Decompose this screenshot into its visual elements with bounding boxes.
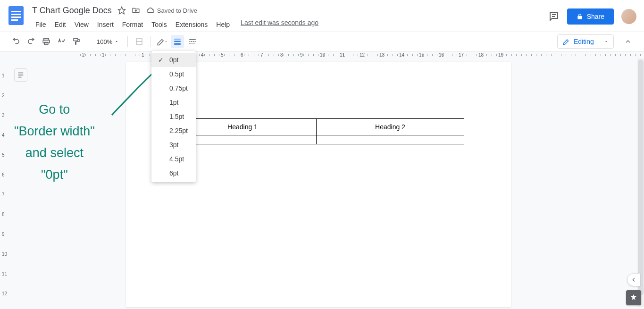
border-color-button[interactable] [156, 35, 169, 48]
t-chart-table[interactable]: Heading 1Heading 2 [168, 118, 464, 144]
svg-rect-15 [175, 43, 181, 45]
border-style-button[interactable] [186, 35, 199, 48]
side-panel-toggle[interactable] [627, 273, 640, 286]
border-width-option[interactable]: 1pt [151, 95, 196, 109]
paint-format-button[interactable] [70, 35, 83, 48]
table-cell[interactable] [317, 135, 464, 144]
border-width-option[interactable]: 0pt [151, 53, 196, 67]
vertical-scrollbar[interactable] [637, 58, 644, 307]
menu-tools[interactable]: Tools [148, 19, 170, 30]
svg-rect-0 [8, 6, 24, 25]
toolbar: 100% Editing [0, 32, 644, 51]
separator [88, 36, 88, 47]
spellcheck-button[interactable] [55, 35, 68, 48]
save-status[interactable]: Saved to Drive [146, 6, 197, 15]
svg-marker-5 [118, 7, 125, 14]
svg-rect-13 [175, 39, 181, 40]
title-row: T Chart Google Docs Saved to Drive [32, 4, 548, 17]
separator [127, 36, 128, 47]
svg-rect-1 [11, 11, 21, 12]
print-button[interactable] [40, 35, 53, 48]
border-width-option[interactable]: 3pt [151, 138, 196, 152]
header: T Chart Google Docs Saved to Drive File … [0, 0, 644, 32]
svg-rect-4 [11, 19, 18, 21]
border-width-option[interactable]: 0.5pt [151, 67, 196, 81]
share-button[interactable]: Share [567, 8, 614, 25]
editing-mode-button[interactable]: Editing [557, 34, 614, 49]
menu-file[interactable]: File [32, 19, 50, 30]
scrollbar-thumb[interactable] [638, 59, 644, 295]
zoom-selector[interactable]: 100% [93, 36, 123, 47]
document-area: 123456789101112 Heading 1Heading 2 [0, 59, 644, 309]
move-icon[interactable] [132, 6, 140, 15]
vertical-ruler[interactable]: 123456789101112 [0, 59, 8, 309]
menu-extensions[interactable]: Extensions [172, 19, 211, 30]
menu-edit[interactable]: Edit [51, 19, 69, 30]
separator [151, 36, 151, 47]
title-area: T Chart Google Docs Saved to Drive File … [32, 4, 548, 30]
explore-button[interactable] [626, 290, 641, 305]
border-width-option[interactable]: 0.75pt [151, 81, 196, 95]
star-icon[interactable] [117, 6, 126, 15]
fill-color-button[interactable] [133, 35, 146, 48]
docs-logo[interactable] [7, 4, 25, 27]
outline-toggle[interactable] [14, 68, 27, 82]
horizontal-ruler[interactable]: 2112345678910111213141516171819 [0, 51, 644, 59]
border-width-dropdown: 0pt0.5pt0.75pt1pt1.5pt2.25pt3pt4.5pt6pt [151, 51, 196, 182]
svg-rect-3 [11, 17, 21, 18]
collapse-toolbar-button[interactable] [621, 35, 635, 48]
menu-format[interactable]: Format [119, 19, 146, 30]
last-edit-link[interactable]: Last edit was seconds ago [241, 19, 318, 30]
svg-rect-11 [74, 38, 78, 41]
menu-insert[interactable]: Insert [94, 19, 117, 30]
undo-button[interactable] [9, 35, 23, 48]
border-width-option[interactable]: 4.5pt [151, 152, 196, 166]
header-right: Share [548, 8, 636, 25]
bottom-right-controls [626, 273, 641, 305]
document-title[interactable]: T Chart Google Docs [32, 6, 112, 16]
menu-view[interactable]: View [71, 19, 92, 30]
svg-rect-2 [11, 14, 21, 15]
border-width-option[interactable]: 2.25pt [151, 124, 196, 138]
table-cell-h2[interactable]: Heading 2 [317, 119, 464, 135]
share-label: Share [587, 13, 604, 20]
menu-bar: File Edit View Insert Format Tools Exten… [32, 19, 548, 30]
border-width-option[interactable]: 1.5pt [151, 109, 196, 124]
comments-icon[interactable] [548, 11, 560, 22]
annotation-text: Go to "Border width" and select "0pt" [14, 99, 95, 186]
menu-help[interactable]: Help [213, 19, 233, 30]
svg-rect-14 [175, 41, 181, 42]
user-avatar[interactable] [621, 9, 636, 24]
save-status-text: Saved to Drive [157, 7, 197, 14]
border-width-option[interactable]: 6pt [151, 166, 196, 180]
border-width-button[interactable] [171, 35, 184, 48]
redo-button[interactable] [25, 35, 38, 48]
